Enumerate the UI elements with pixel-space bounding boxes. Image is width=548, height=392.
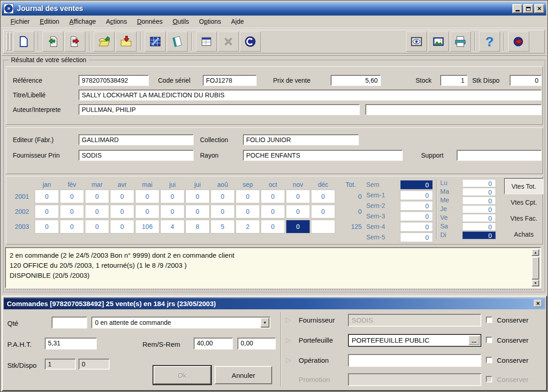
sales-cell-2001-5[interactable]: 0	[160, 190, 184, 203]
sales-cell-2001-9[interactable]: 0	[261, 190, 285, 203]
editeur-field[interactable]: GALLIMARD	[79, 134, 194, 145]
rem-field[interactable]: 40,00	[194, 338, 233, 350]
menu-fichier[interactable]: Fichier	[5, 16, 35, 26]
menu-outils[interactable]: Outils	[168, 16, 194, 26]
rayon-field[interactable]: POCHE ENFANTS	[243, 150, 403, 161]
maximize-button[interactable]	[523, 4, 533, 13]
commandes-close-button[interactable]: ✕	[534, 300, 542, 307]
day-value-sa[interactable]: 0	[462, 222, 496, 231]
tab-vtes-cpt-[interactable]: Vtes Cpt.	[504, 194, 543, 210]
paht-field[interactable]: 5,31	[45, 338, 97, 350]
prix-field[interactable]: 5,60	[331, 75, 381, 86]
close-button[interactable]: ✕	[534, 4, 544, 13]
sales-cell-2002-6[interactable]: 0	[185, 205, 210, 218]
sales-cell-2002-11[interactable]: 0	[311, 205, 335, 218]
menu-affichage[interactable]: Affichage	[64, 16, 101, 26]
sales-cell-2001-3[interactable]: 0	[110, 190, 134, 203]
info-scrollbar[interactable]: ▲ ▼	[532, 249, 539, 286]
portefeuille-conserver-checkbox[interactable]	[486, 337, 492, 343]
code-seriel-field[interactable]: FOJ1278	[203, 75, 257, 86]
sales-cell-2002-5[interactable]: 0	[160, 205, 184, 218]
sales-cell-2002-7[interactable]: 0	[211, 205, 235, 218]
delete-icon[interactable]	[218, 32, 239, 52]
sales-cell-2003-8[interactable]: 2	[236, 220, 260, 233]
collection-field[interactable]: FOLIO JUNIOR	[243, 134, 359, 145]
scroll-up-icon[interactable]: ▲	[532, 249, 539, 256]
fournisseur-prin-field[interactable]: SODIS	[79, 150, 194, 161]
menu-actions[interactable]: Actions	[101, 16, 132, 26]
tab-vtes-fac-[interactable]: Vtes Fac.	[504, 210, 543, 226]
back-icon[interactable]	[240, 32, 261, 52]
sales-cell-2002-10[interactable]: 0	[286, 205, 310, 218]
stk-dispo-field[interactable]: 0	[510, 75, 542, 86]
week-value-2[interactable]: 0	[400, 201, 433, 211]
srem-field[interactable]: 0,00	[237, 338, 276, 350]
week-value-3[interactable]: 0	[400, 212, 433, 221]
sales-cell-2001-0[interactable]: 0	[35, 190, 59, 203]
auteur-field-2[interactable]	[365, 104, 542, 115]
week-value-5[interactable]: 0	[400, 233, 433, 242]
operation-field[interactable]	[348, 354, 481, 367]
scrollbar-thumb[interactable]	[532, 257, 539, 279]
sales-cell-2003-7[interactable]: 5	[211, 220, 235, 233]
sales-cell-2002-2[interactable]: 0	[85, 205, 109, 218]
tab-vtes-tot-[interactable]: Vtes Tot.	[504, 178, 543, 194]
menu-aide[interactable]: Aide	[226, 16, 249, 26]
form-window-icon[interactable]	[196, 32, 217, 52]
tab-achats[interactable]: Achats	[504, 226, 543, 242]
export-document-icon[interactable]	[64, 32, 85, 52]
sales-cell-2001-11[interactable]: 0	[311, 190, 335, 203]
sales-cell-2001-7[interactable]: 0	[211, 190, 235, 203]
sales-cell-2002-9[interactable]: 0	[261, 205, 285, 218]
reference-field[interactable]: 9782070538492	[79, 75, 149, 86]
sales-cell-2001-6[interactable]: 0	[185, 190, 210, 203]
sales-cell-2001-4[interactable]: 0	[135, 190, 159, 203]
exit-icon[interactable]	[508, 32, 529, 52]
sales-cell-2003-11[interactable]	[311, 220, 335, 233]
sales-cell-2002-3[interactable]: 0	[110, 205, 134, 218]
image-icon[interactable]	[428, 32, 449, 52]
sales-cell-2002-0[interactable]: 0	[35, 205, 59, 218]
sales-cell-2001-2[interactable]: 0	[85, 190, 109, 203]
day-value-ma[interactable]: 0	[462, 188, 496, 196]
table-edit-icon[interactable]	[145, 32, 166, 52]
sales-cell-2003-4[interactable]: 106	[135, 220, 159, 233]
sales-cell-2001-1[interactable]: 0	[60, 190, 84, 203]
toolbar-grip[interactable]	[6, 32, 8, 51]
menu-edition[interactable]: Edition	[35, 16, 64, 26]
catalog-book-icon[interactable]	[167, 32, 188, 52]
annuler-button[interactable]: Annuler	[215, 366, 272, 384]
sales-cell-2002-1[interactable]: 0	[60, 205, 84, 218]
sales-cell-2003-5[interactable]: 4	[160, 220, 184, 233]
minimize-button[interactable]	[512, 4, 522, 13]
sales-cell-2002-8[interactable]: 0	[236, 205, 260, 218]
qte-field[interactable]	[52, 317, 87, 328]
menu-données[interactable]: Données	[132, 16, 168, 26]
fournisseur-conserver-checkbox[interactable]	[486, 317, 492, 323]
sales-cell-2003-0[interactable]: 0	[35, 220, 59, 233]
sales-cell-2003-6[interactable]: 8	[185, 220, 210, 233]
ok-button[interactable]: Ok	[153, 366, 211, 384]
sales-cell-2001-8[interactable]: 0	[236, 190, 260, 203]
sales-cell-2003-1[interactable]: 0	[60, 220, 84, 233]
print-icon[interactable]	[450, 32, 471, 52]
receive-folder-icon[interactable]	[116, 32, 137, 52]
day-value-ve[interactable]: 0	[462, 214, 496, 222]
attente-dropdown[interactable]: 0 en attente de commande ▼	[91, 317, 270, 328]
sales-cell-2003-10[interactable]: 0	[286, 220, 310, 233]
open-folder-icon[interactable]	[94, 32, 115, 52]
week-value-0[interactable]: 0	[400, 180, 433, 190]
week-value-1[interactable]: 0	[400, 191, 433, 200]
import-document-icon[interactable]	[42, 32, 63, 52]
browse-button[interactable]: ...	[469, 336, 480, 345]
scroll-down-icon[interactable]: ▼	[532, 280, 539, 286]
day-value-je[interactable]: 0	[462, 205, 496, 213]
operation-conserver-checkbox[interactable]	[486, 357, 492, 363]
week-value-4[interactable]: 0	[400, 222, 433, 232]
auteur-field[interactable]: PULLMAN, PHILIP	[79, 104, 360, 115]
stock-field[interactable]: 1	[440, 75, 468, 86]
day-value-me[interactable]: 0	[462, 196, 496, 205]
help-icon[interactable]: ?	[479, 32, 500, 52]
day-value-lu[interactable]: 0	[462, 179, 496, 187]
titre-field[interactable]: SALLY LOCKHART LA MALEDICTION DU RUBIS	[79, 90, 542, 101]
